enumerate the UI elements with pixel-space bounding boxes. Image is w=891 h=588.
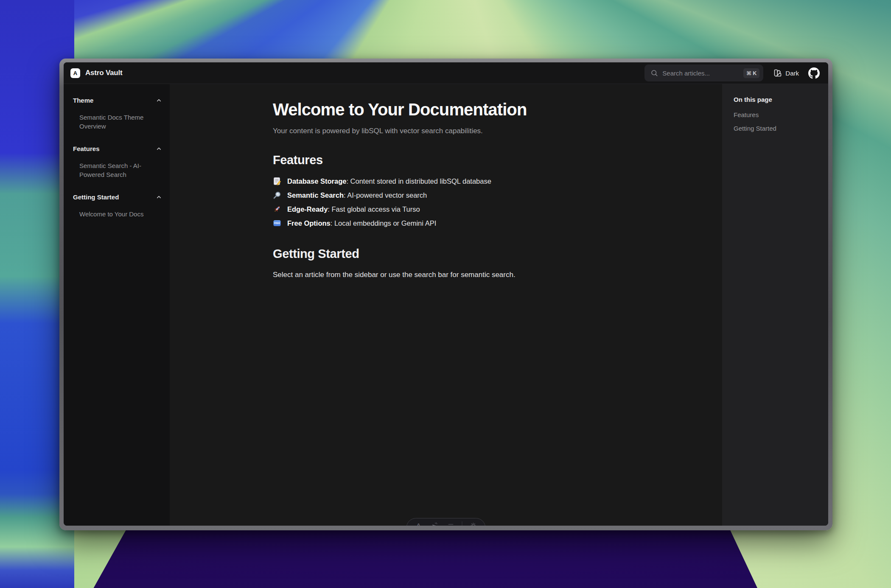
magnifying-glass-emoji-icon [273,191,283,199]
sidebar-item-welcome-to-your-docs[interactable]: Welcome to Your Docs [79,210,151,218]
sidebar-item-semantic-docs-theme-overview[interactable]: Semantic Docs Theme Overview [79,113,151,131]
app-window-frame: A Astro Vault ⌘ K [59,59,832,530]
inspect-pointer-icon[interactable] [428,521,442,526]
toc-title: On this page [734,96,820,103]
github-icon [808,67,820,79]
feature-text: Free Options: Local embeddings or Gemini… [287,219,436,227]
on-this-page-panel: On this page Features Getting Started [722,84,828,526]
sidebar-group-theme: Theme Semantic Docs Theme Overview [73,97,162,131]
features-section: Features [273,153,619,227]
chevron-up-icon [156,146,162,152]
toc-link-features[interactable]: Features [734,111,820,118]
main-content: Welcome to Your Documentation Your conte… [170,84,722,526]
page-title: Welcome to Your Documentation [273,99,619,120]
theme-swatch-icon [773,69,782,77]
feature-text: Semantic Search: AI-powered vector searc… [287,191,427,199]
search-bar[interactable]: ⌘ K [644,64,763,81]
settings-gear-icon[interactable] [467,521,480,526]
article: Welcome to Your Documentation Your conte… [273,84,619,279]
github-link[interactable] [808,67,820,79]
audit-lines-icon[interactable] [444,521,458,526]
getting-started-text: Select an article from the sidebar or us… [273,271,619,279]
sidebar-group-getting-started-label: Getting Started [73,193,119,201]
sidebar-group-features: Features Semantic Search - AI-Powered Se… [73,145,162,179]
site-title: Astro Vault [85,69,123,77]
sidebar-group-features-label: Features [73,145,100,152]
sidebar-group-theme-toggle[interactable]: Theme [73,97,162,104]
svg-text:A: A [417,522,421,526]
list-item: FREE Free Options: Local embeddings or G… [273,219,619,227]
features-list: Database Storage: Content stored in dist… [273,177,619,227]
sidebar-group-features-toggle[interactable]: Features [73,145,162,152]
window-body: Theme Semantic Docs Theme Overview Featu… [64,84,828,526]
feature-text: Edge-Ready: Fast global access via Turso [287,205,420,213]
theme-toggle-button[interactable]: Dark [773,69,799,77]
toc-link-getting-started[interactable]: Getting Started [734,125,820,132]
search-shortcut-badge: ⌘ K [743,68,759,78]
page-subtitle: Your content is powered by libSQL with v… [273,127,619,135]
app-window: A Astro Vault ⌘ K [64,62,828,526]
svg-text:FREE: FREE [274,222,280,224]
free-button-emoji-icon: FREE [273,219,283,227]
getting-started-section: Getting Started Select an article from t… [273,247,619,279]
dev-toolbar: A [406,518,486,526]
list-item: Database Storage: Content stored in dist… [273,177,619,185]
search-icon [650,69,658,77]
memo-emoji-icon [273,177,283,185]
sidebar-group-theme-label: Theme [73,97,93,104]
getting-started-heading: Getting Started [273,247,619,261]
astro-logo-icon[interactable]: A [412,521,426,526]
list-item: Edge-Ready: Fast global access via Turso [273,205,619,213]
features-heading: Features [273,153,619,167]
home-link[interactable]: A Astro Vault [70,68,123,78]
site-logo: A [70,68,80,78]
sidebar-item-semantic-search[interactable]: Semantic Search - AI-Powered Search [79,161,151,179]
left-sidebar: Theme Semantic Docs Theme Overview Featu… [64,84,170,526]
list-item: Semantic Search: AI-powered vector searc… [273,191,619,199]
top-navbar: A Astro Vault ⌘ K [64,62,828,84]
rocket-emoji-icon [273,205,283,213]
sidebar-group-getting-started: Getting Started Welcome to Your Docs [73,193,162,218]
search-input[interactable] [662,70,739,77]
dev-toolbar-divider [462,521,462,526]
chevron-up-icon [156,194,162,200]
chevron-up-icon [156,97,162,104]
theme-toggle-label: Dark [785,70,799,77]
feature-text: Database Storage: Content stored in dist… [287,177,491,185]
sidebar-group-getting-started-toggle[interactable]: Getting Started [73,193,162,201]
